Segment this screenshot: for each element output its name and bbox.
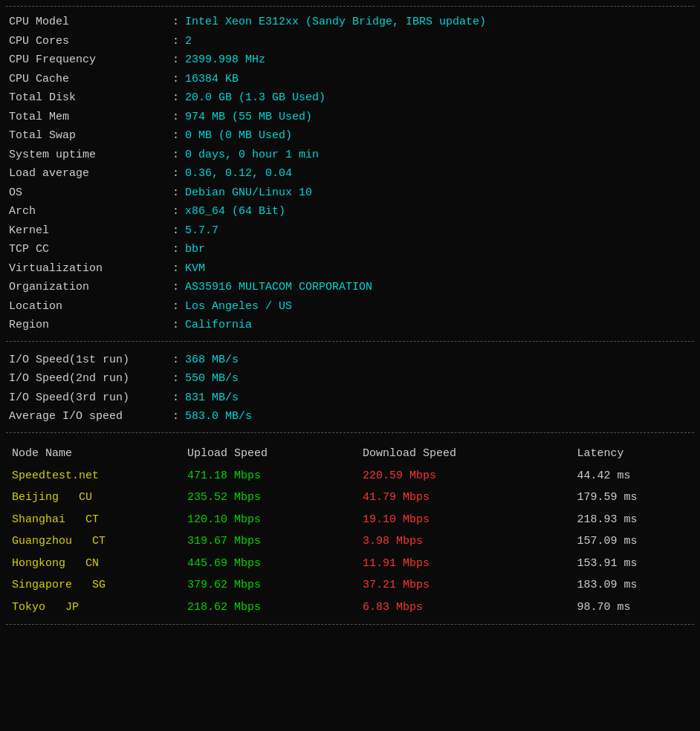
system-row: CPU Cache : 16384 KB bbox=[9, 70, 691, 89]
system-row: Arch : x86_64 (64 Bit) bbox=[9, 202, 691, 221]
network-header: Node Name bbox=[9, 442, 184, 465]
io-label: Average I/O speed bbox=[9, 407, 172, 426]
colon: : bbox=[172, 146, 179, 165]
io-section: I/O Speed(1st run) : 368 MB/s I/O Speed(… bbox=[6, 345, 694, 433]
network-node: Guangzhou CT bbox=[9, 530, 184, 553]
system-label: System uptime bbox=[9, 146, 172, 165]
system-label: Load average bbox=[9, 164, 172, 183]
network-row: Tokyo JP218.62 Mbps6.83 Mbps98.70 ms bbox=[9, 597, 691, 619]
system-row: Location : Los Angeles / US bbox=[9, 297, 691, 316]
io-label: I/O Speed(3rd run) bbox=[9, 389, 172, 408]
system-row: Virtualization : KVM bbox=[9, 259, 691, 279]
io-value: 583.0 MB/s bbox=[185, 407, 252, 426]
io-label: I/O Speed(2nd run) bbox=[9, 369, 172, 389]
system-label: CPU Cache bbox=[9, 70, 172, 89]
system-value: 20.0 GB (1.3 GB Used) bbox=[185, 88, 325, 108]
colon: : bbox=[172, 70, 179, 89]
colon: : bbox=[172, 32, 179, 51]
network-row: Speedtest.net471.18 Mbps220.59 Mbps44.42… bbox=[9, 465, 691, 487]
io-row: Average I/O speed : 583.0 MB/s bbox=[9, 407, 691, 426]
system-label: CPU Model bbox=[9, 13, 172, 32]
system-value: 0 days, 0 hour 1 min bbox=[185, 146, 319, 165]
colon: : bbox=[172, 240, 179, 259]
network-upload: 445.69 Mbps bbox=[184, 553, 360, 575]
colon: : bbox=[172, 51, 179, 70]
io-label: I/O Speed(1st run) bbox=[9, 351, 172, 370]
network-table: Node NameUpload SpeedDownload SpeedLaten… bbox=[9, 442, 691, 619]
network-download: 41.79 Mbps bbox=[360, 487, 574, 509]
network-upload: 379.62 Mbps bbox=[184, 574, 360, 597]
colon: : bbox=[172, 108, 179, 127]
network-upload: 471.18 Mbps bbox=[184, 465, 360, 487]
io-row: I/O Speed(2nd run) : 550 MB/s bbox=[9, 369, 691, 389]
colon: : bbox=[172, 297, 179, 316]
colon: : bbox=[172, 88, 179, 108]
colon: : bbox=[172, 369, 179, 389]
network-download: 11.91 Mbps bbox=[360, 553, 574, 575]
io-value: 550 MB/s bbox=[185, 369, 239, 389]
network-node: Speedtest.net bbox=[9, 465, 184, 487]
system-value: bbr bbox=[185, 240, 205, 259]
system-row: CPU Frequency : 2399.998 MHz bbox=[9, 51, 691, 70]
network-latency: 153.91 ms bbox=[574, 553, 691, 575]
network-latency: 44.42 ms bbox=[574, 465, 691, 487]
io-value: 368 MB/s bbox=[185, 351, 239, 370]
system-value: x86_64 (64 Bit) bbox=[185, 202, 285, 221]
network-latency: 179.59 ms bbox=[574, 487, 691, 509]
system-label: Total Disk bbox=[9, 88, 172, 108]
network-latency: 157.09 ms bbox=[574, 530, 691, 553]
network-upload: 218.62 Mbps bbox=[184, 597, 360, 619]
colon: : bbox=[172, 13, 179, 32]
system-value: 0 MB (0 MB Used) bbox=[185, 126, 292, 146]
system-label: Region bbox=[9, 316, 172, 335]
network-node: Singapore SG bbox=[9, 574, 184, 597]
network-latency: 183.09 ms bbox=[574, 574, 691, 597]
network-upload: 235.52 Mbps bbox=[184, 487, 360, 509]
colon: : bbox=[172, 259, 179, 279]
system-row: Organization : AS35916 MULTACOM CORPORAT… bbox=[9, 278, 691, 297]
system-value: 0.36, 0.12, 0.04 bbox=[185, 164, 292, 183]
colon: : bbox=[172, 164, 179, 183]
network-download: 37.21 Mbps bbox=[360, 574, 574, 597]
network-header: Download Speed bbox=[360, 442, 574, 465]
system-label: CPU Frequency bbox=[9, 51, 172, 70]
system-row: Region : California bbox=[9, 316, 691, 335]
system-label: Arch bbox=[9, 202, 172, 221]
network-header: Latency bbox=[574, 442, 691, 465]
network-row: Beijing CU235.52 Mbps41.79 Mbps179.59 ms bbox=[9, 487, 691, 509]
network-download: 3.98 Mbps bbox=[360, 530, 574, 553]
colon: : bbox=[172, 351, 179, 370]
network-node: Tokyo JP bbox=[9, 597, 184, 619]
system-value: KVM bbox=[185, 259, 205, 279]
system-value: 5.7.7 bbox=[185, 221, 218, 241]
system-row: Total Disk : 20.0 GB (1.3 GB Used) bbox=[9, 88, 691, 108]
system-value: California bbox=[185, 316, 252, 335]
system-value: Debian GNU/Linux 10 bbox=[185, 183, 312, 203]
network-node: Hongkong CN bbox=[9, 553, 184, 575]
colon: : bbox=[172, 202, 179, 221]
network-row: Hongkong CN445.69 Mbps11.91 Mbps153.91 m… bbox=[9, 553, 691, 575]
system-row: CPU Cores : 2 bbox=[9, 32, 691, 51]
network-upload: 319.67 Mbps bbox=[184, 530, 360, 553]
network-row: Guangzhou CT319.67 Mbps3.98 Mbps157.09 m… bbox=[9, 530, 691, 553]
system-value: AS35916 MULTACOM CORPORATION bbox=[185, 278, 372, 297]
network-node: Shanghai CT bbox=[9, 509, 184, 531]
colon: : bbox=[172, 316, 179, 335]
network-upload: 120.10 Mbps bbox=[184, 509, 360, 531]
colon: : bbox=[172, 221, 179, 241]
system-row: OS : Debian GNU/Linux 10 bbox=[9, 183, 691, 203]
system-row: Total Mem : 974 MB (55 MB Used) bbox=[9, 108, 691, 127]
system-value: Intel Xeon E312xx (Sandy Bridge, IBRS up… bbox=[185, 13, 486, 32]
network-latency: 98.70 ms bbox=[574, 597, 691, 619]
network-header: Upload Speed bbox=[184, 442, 360, 465]
system-value: 2 bbox=[185, 32, 192, 51]
system-row: System uptime : 0 days, 0 hour 1 min bbox=[9, 146, 691, 165]
system-row: Load average : 0.36, 0.12, 0.04 bbox=[9, 164, 691, 183]
network-section: Node NameUpload SpeedDownload SpeedLaten… bbox=[6, 436, 694, 626]
system-label: Organization bbox=[9, 278, 172, 297]
network-row: Shanghai CT120.10 Mbps19.10 Mbps218.93 m… bbox=[9, 509, 691, 531]
system-label: TCP CC bbox=[9, 240, 172, 259]
network-node: Beijing CU bbox=[9, 487, 184, 509]
system-value: Los Angeles / US bbox=[185, 297, 292, 316]
colon: : bbox=[172, 389, 179, 408]
